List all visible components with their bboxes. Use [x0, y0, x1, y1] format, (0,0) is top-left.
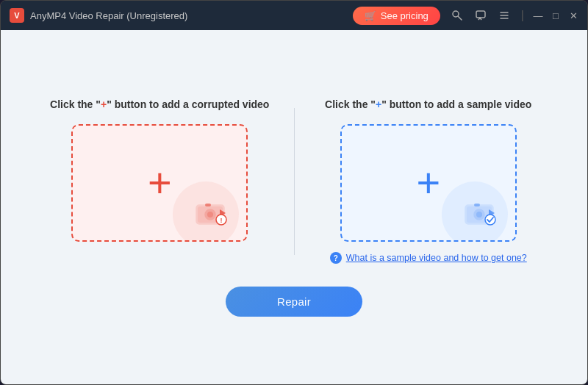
app-title: AnyMP4 Video Repair (Unregistered) [30, 10, 353, 21]
svg-point-22 [485, 215, 495, 225]
panels-row: Click the "+" button to add a corrupted … [37, 98, 551, 265]
svg-line-3 [458, 16, 462, 20]
svg-point-19 [476, 212, 482, 217]
titlebar-controls: | — □ ✕ [449, 9, 578, 22]
svg-point-11 [207, 212, 213, 217]
svg-rect-4 [476, 11, 485, 18]
see-pricing-button[interactable]: 🛒 See pricing [353, 7, 440, 25]
corrupted-plus-icon: + [148, 162, 172, 204]
cart-icon: 🛒 [365, 10, 376, 21]
sample-plus-label: + [376, 98, 381, 110]
menu-icon-button[interactable] [496, 9, 512, 22]
corrupted-panel-label: Click the "+" button to add a corrupted … [50, 98, 269, 112]
chat-icon-button[interactable] [473, 9, 489, 22]
corrupted-plus-label: + [101, 98, 107, 110]
sample-drop-zone[interactable]: + [340, 124, 517, 242]
close-button[interactable]: ✕ [568, 10, 578, 21]
sample-video-panel: Click the "+" button to add a sample vid… [306, 98, 552, 265]
help-link-row: ? What is a sample video and how to get … [330, 252, 527, 265]
svg-text:!: ! [220, 217, 223, 224]
sample-video-help-link[interactable]: What is a sample video and how to get on… [346, 252, 527, 265]
help-circle-icon: ? [330, 252, 342, 264]
sample-panel-label: Click the "+" button to add a sample vid… [325, 98, 531, 112]
panel-divider [294, 108, 295, 255]
maximize-button[interactable]: □ [551, 10, 561, 21]
sample-plus-icon: + [416, 162, 440, 204]
key-icon-button[interactable] [449, 9, 465, 22]
titlebar: V AnyMP4 Video Repair (Unregistered) 🛒 S… [1, 1, 587, 30]
minimize-button[interactable]: — [533, 10, 543, 21]
corrupted-video-panel: Click the "+" button to add a corrupted … [37, 98, 283, 242]
app-window: V AnyMP4 Video Repair (Unregistered) 🛒 S… [0, 0, 588, 385]
svg-rect-12 [205, 204, 211, 206]
app-logo: V [10, 8, 24, 23]
main-content: Click the "+" button to add a corrupted … [1, 30, 587, 384]
repair-button[interactable]: Repair [226, 287, 362, 317]
svg-rect-20 [474, 204, 480, 206]
sample-camera-icon [462, 198, 501, 230]
corrupted-drop-zone[interactable]: + [71, 124, 248, 242]
svg-text:V: V [14, 11, 20, 20]
corrupted-camera-icon: ! [193, 198, 232, 230]
